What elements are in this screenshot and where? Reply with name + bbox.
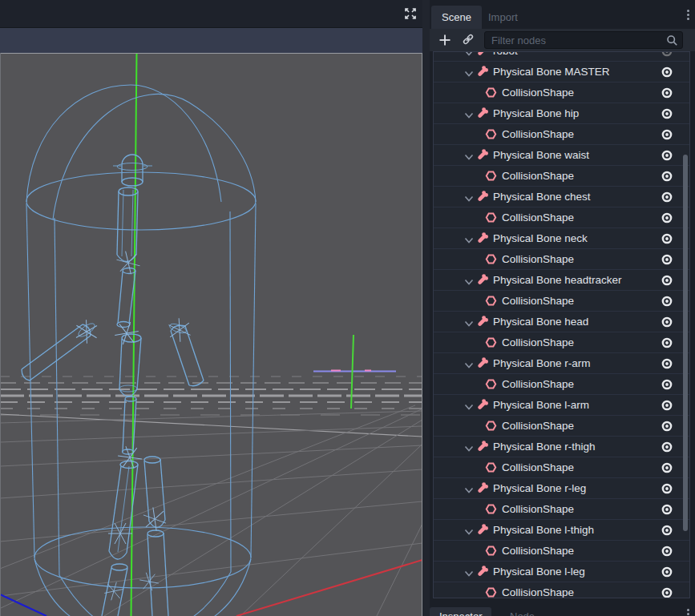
- tree-row[interactable]: CollisionShape: [434, 499, 689, 520]
- tree-row[interactable]: CollisionShape: [434, 416, 689, 437]
- scrollbar-thumb[interactable]: [683, 155, 688, 531]
- tree-row[interactable]: Physical Bone l-leg: [434, 562, 689, 582]
- scene-tree[interactable]: robot Physical Bone MASTER: [433, 51, 690, 598]
- node-name: CollisionShape: [502, 128, 574, 140]
- visibility-eye-icon[interactable]: [661, 211, 673, 224]
- tree-row[interactable]: Physical Bone headtracker: [434, 270, 689, 291]
- chevron-down-icon[interactable]: [464, 484, 474, 493]
- node-name: CollisionShape: [502, 461, 574, 473]
- visibility-eye-icon[interactable]: [661, 441, 673, 453]
- tree-row[interactable]: CollisionShape: [434, 249, 689, 270]
- visibility-eye-icon[interactable]: [661, 336, 673, 349]
- visibility-eye-icon[interactable]: [661, 232, 673, 245]
- tree-row[interactable]: Physical Bone l-thigh: [434, 520, 689, 541]
- collision-shape-icon: [485, 545, 497, 557]
- tree-row[interactable]: CollisionShape: [434, 374, 689, 395]
- visibility-eye-icon[interactable]: [661, 295, 673, 308]
- viewport-background: [0, 53, 422, 616]
- filter-nodes-input[interactable]: [485, 32, 682, 48]
- node-name: Physical Bone neck: [493, 232, 588, 244]
- node-name: Physical Bone headtracker: [493, 274, 622, 286]
- tree-row[interactable]: CollisionShape: [434, 166, 689, 187]
- tree-row[interactable]: CollisionShape: [434, 291, 689, 312]
- expand-viewport-icon[interactable]: [403, 6, 418, 21]
- visibility-eye-icon[interactable]: [661, 545, 673, 558]
- chevron-down-icon[interactable]: [464, 567, 474, 577]
- visibility-eye-icon[interactable]: [661, 586, 673, 599]
- collision-shape-icon: [485, 503, 497, 515]
- visibility-eye-icon[interactable]: [661, 566, 673, 578]
- tab-node[interactable]: Node: [500, 607, 544, 616]
- physical-bone-icon: [476, 566, 488, 578]
- visibility-eye-icon[interactable]: [661, 357, 673, 370]
- collision-shape-icon: [485, 336, 497, 348]
- node-name: CollisionShape: [502, 503, 574, 515]
- tree-row[interactable]: Physical Bone r-thigh: [434, 437, 689, 457]
- tree-row[interactable]: CollisionShape: [434, 83, 689, 103]
- tree-row[interactable]: CollisionShape: [434, 207, 689, 228]
- chevron-down-icon[interactable]: [464, 276, 474, 285]
- tab-scene[interactable]: Scene: [431, 6, 482, 29]
- chevron-down-icon[interactable]: [464, 109, 474, 119]
- chevron-down-icon[interactable]: [464, 442, 474, 452]
- chevron-down-icon[interactable]: [464, 359, 474, 368]
- chevron-down-icon[interactable]: [464, 401, 474, 410]
- node-name: Physical Bone l-thigh: [493, 524, 594, 536]
- tree-row[interactable]: CollisionShape: [434, 582, 689, 598]
- chevron-down-icon[interactable]: [464, 192, 474, 202]
- tree-row[interactable]: CollisionShape: [434, 457, 689, 478]
- instance-scene-button[interactable]: [462, 33, 476, 47]
- chevron-down-icon[interactable]: [464, 151, 474, 160]
- inspector-tab-bar: Inspector Node: [430, 606, 695, 616]
- visibility-eye-icon[interactable]: [661, 51, 673, 58]
- tab-import[interactable]: Import: [478, 6, 528, 29]
- tree-row[interactable]: Physical Bone MASTER: [434, 62, 689, 83]
- chevron-down-icon[interactable]: [464, 67, 474, 77]
- tree-row[interactable]: robot: [434, 51, 689, 62]
- tab-inspector[interactable]: Inspector: [430, 607, 491, 616]
- visibility-eye-icon[interactable]: [661, 399, 673, 412]
- visibility-eye-icon[interactable]: [661, 191, 673, 203]
- tree-row[interactable]: Physical Bone waist: [434, 145, 689, 166]
- tree-row[interactable]: Physical Bone neck: [434, 228, 689, 249]
- add-node-button[interactable]: [438, 33, 452, 47]
- node-name: CollisionShape: [502, 295, 574, 307]
- visibility-eye-icon[interactable]: [661, 66, 673, 79]
- tree-row[interactable]: Physical Bone r-arm: [434, 353, 689, 374]
- visibility-eye-icon[interactable]: [661, 107, 673, 120]
- node-name: CollisionShape: [502, 336, 574, 348]
- 3d-viewport[interactable]: [0, 53, 422, 616]
- chevron-down-icon[interactable]: [464, 51, 474, 56]
- tree-row[interactable]: Physical Bone hip: [434, 103, 689, 124]
- visibility-eye-icon[interactable]: [661, 316, 673, 328]
- dock-menu-icon[interactable]: [686, 10, 689, 22]
- visibility-eye-icon[interactable]: [661, 274, 673, 287]
- tree-row[interactable]: CollisionShape: [434, 332, 689, 353]
- visibility-eye-icon[interactable]: [661, 149, 673, 162]
- visibility-eye-icon[interactable]: [661, 420, 673, 433]
- tree-row[interactable]: CollisionShape: [434, 124, 689, 145]
- visibility-eye-icon[interactable]: [661, 461, 673, 474]
- visibility-eye-icon[interactable]: [661, 524, 673, 537]
- tree-row[interactable]: Physical Bone l-arm: [434, 395, 689, 416]
- visibility-eye-icon[interactable]: [661, 378, 673, 391]
- visibility-eye-icon[interactable]: [661, 87, 673, 99]
- physical-bone-icon: [476, 524, 488, 536]
- tree-row[interactable]: Physical Bone chest: [434, 187, 689, 207]
- chevron-down-icon[interactable]: [464, 317, 474, 327]
- inspector-menu-icon[interactable]: [686, 609, 689, 616]
- tree-row[interactable]: CollisionShape: [434, 541, 689, 562]
- collision-shape-icon: [485, 128, 497, 140]
- chevron-down-icon[interactable]: [464, 234, 474, 244]
- visibility-eye-icon[interactable]: [661, 482, 673, 495]
- visibility-eye-icon[interactable]: [661, 170, 673, 183]
- tree-row[interactable]: Physical Bone r-leg: [434, 478, 689, 499]
- chevron-down-icon[interactable]: [464, 525, 474, 535]
- tree-row[interactable]: Physical Bone head: [434, 312, 689, 332]
- node-name: Physical Bone hip: [493, 107, 579, 119]
- visibility-eye-icon[interactable]: [661, 128, 673, 141]
- physical-bone-icon: [476, 66, 488, 78]
- visibility-eye-icon[interactable]: [661, 253, 673, 266]
- visibility-eye-icon[interactable]: [661, 503, 673, 516]
- node-name: CollisionShape: [502, 586, 574, 598]
